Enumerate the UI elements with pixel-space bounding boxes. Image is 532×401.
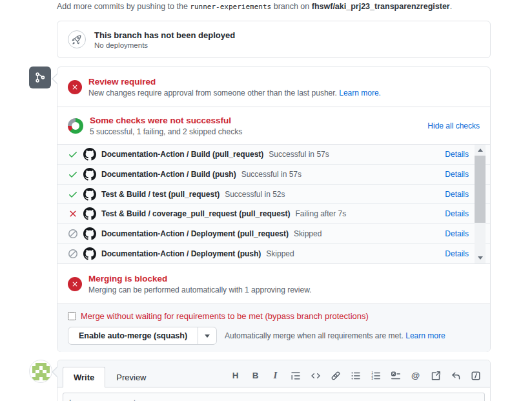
- auto-merge-learn-more-link[interactable]: Learn more: [405, 331, 445, 340]
- heading-icon[interactable]: H: [230, 370, 241, 381]
- deployment-title: This branch has not been deployed: [94, 30, 235, 40]
- check-success-icon: [68, 149, 78, 159]
- review-required-description: New changes require approval from someon…: [88, 88, 339, 98]
- scroll-down-icon[interactable]: [475, 253, 486, 263]
- check-row: Documentation-Action / Deployment (push)…: [57, 243, 490, 263]
- check-row: Documentation-Action / Deployment (pull_…: [57, 223, 490, 243]
- check-result: Skipped: [266, 249, 294, 258]
- check-failure-icon: [68, 209, 78, 219]
- comment-tab-bar: Write Preview H B I 123 @: [57, 360, 490, 387]
- check-skipped-icon: [68, 249, 78, 259]
- deployment-card: This branch has not been deployed No dep…: [57, 21, 491, 58]
- check-row: Documentation-Action / Build (push) Succ…: [57, 164, 490, 184]
- slash-commands-icon[interactable]: [470, 370, 481, 381]
- auto-merge-dropdown-button[interactable]: [198, 327, 216, 344]
- hide-all-checks-link[interactable]: Hide all checks: [427, 121, 480, 130]
- svg-text:3: 3: [371, 376, 373, 380]
- italic-icon[interactable]: I: [270, 370, 281, 381]
- checks-summary-section: Some checks were not successful 5 succes…: [57, 107, 490, 145]
- mention-icon[interactable]: @: [410, 370, 421, 381]
- quote-icon[interactable]: [290, 370, 301, 381]
- push-hint: Add more commits by pushing to the runne…: [57, 2, 452, 11]
- github-actions-avatar: [83, 247, 96, 260]
- check-success-icon: [68, 169, 78, 180]
- link-icon[interactable]: [330, 370, 341, 381]
- merge-status-card: Review required New changes require appr…: [57, 67, 491, 352]
- push-hint-middle: branch on: [271, 2, 312, 11]
- check-name: Test & Build / coverage_pull_request (pu…: [101, 209, 291, 218]
- check-name: Documentation-Action / Build (pull_reque…: [101, 150, 263, 159]
- check-result: Successful in 57s: [269, 150, 329, 159]
- enable-auto-merge-button[interactable]: Enable auto-merge (squash): [68, 327, 217, 345]
- auto-merge-hint: Automatically merge when all requirement…: [225, 331, 405, 340]
- merge-actions-footer: Merge without waiting for requirements t…: [57, 304, 490, 352]
- chevron-down-icon: [205, 334, 210, 338]
- x-circle-icon: [68, 80, 82, 94]
- enable-auto-merge-label[interactable]: Enable auto-merge (squash): [68, 327, 198, 344]
- checks-list: Documentation-Action / Build (pull_reque…: [57, 145, 490, 264]
- rocket-icon: [68, 30, 86, 48]
- review-required-title: Review required: [88, 77, 381, 87]
- github-actions-avatar: [83, 168, 96, 181]
- details-link[interactable]: Details: [445, 229, 469, 238]
- deployment-subtitle: No deployments: [94, 41, 235, 49]
- bypass-protections-row[interactable]: Merge without waiting for requirements t…: [68, 311, 480, 321]
- merging-blocked-description: Merging can be performed automatically w…: [88, 285, 312, 294]
- details-link[interactable]: Details: [445, 170, 469, 179]
- details-link[interactable]: Details: [445, 190, 469, 199]
- push-hint-suffix: .: [450, 2, 452, 11]
- tab-write[interactable]: Write: [63, 367, 105, 387]
- ordered-list-icon[interactable]: 123: [370, 370, 381, 381]
- check-skipped-icon: [68, 229, 78, 239]
- bypass-protections-checkbox[interactable]: [68, 312, 76, 320]
- details-link[interactable]: Details: [445, 249, 469, 258]
- github-actions-avatar: [83, 227, 96, 240]
- git-branch-icon: [29, 67, 51, 88]
- bypass-protections-label: Merge without waiting for requirements t…: [81, 311, 369, 321]
- check-row: Test & Build / test (pull_request) Succe…: [57, 184, 490, 204]
- code-icon[interactable]: [310, 370, 321, 381]
- cross-reference-icon[interactable]: [430, 370, 441, 381]
- check-success-icon: [68, 189, 78, 200]
- scroll-up-icon[interactable]: [475, 145, 486, 155]
- check-result: Failing after 7s: [296, 209, 347, 218]
- github-actions-avatar: [83, 148, 96, 161]
- bold-icon[interactable]: B: [250, 370, 261, 381]
- check-result: Successful in 57s: [241, 170, 302, 179]
- merging-blocked-title: Merging is blocked: [88, 274, 312, 283]
- merging-blocked-section: Merging is blocked Merging can be perfor…: [57, 264, 490, 304]
- user-avatar[interactable]: [29, 360, 52, 383]
- branch-name: runner-experiements: [190, 3, 271, 11]
- check-result: Skipped: [294, 229, 322, 238]
- markdown-toolbar: H B I 123 @: [230, 370, 481, 381]
- github-actions-avatar: [83, 188, 96, 201]
- check-name: Test & Build / test (pull_request): [101, 190, 220, 199]
- checks-summary-donut-icon: [68, 118, 83, 134]
- github-actions-avatar: [83, 207, 96, 220]
- review-required-section: Review required New changes require appr…: [57, 67, 490, 107]
- comment-composer: Write Preview H B I 123 @: [57, 360, 491, 401]
- details-link[interactable]: Details: [445, 209, 469, 218]
- checks-summary-subtitle: 5 successful, 1 failing, and 2 skipped c…: [90, 127, 242, 136]
- unordered-list-icon[interactable]: [350, 370, 361, 381]
- tab-preview[interactable]: Preview: [105, 367, 157, 387]
- checks-summary-title: Some checks were not successful: [90, 116, 242, 125]
- details-link[interactable]: Details: [445, 150, 469, 159]
- repo-name: fhswf/aki_prj23_transparenzregister: [312, 2, 450, 11]
- check-name: Documentation-Action / Build (push): [101, 170, 236, 179]
- check-row: Documentation-Action / Build (pull_reque…: [57, 145, 490, 164]
- x-circle-icon: [68, 277, 82, 291]
- saved-replies-icon[interactable]: [450, 370, 461, 381]
- check-result: Successful in 52s: [225, 190, 285, 199]
- checks-scrollbar[interactable]: [475, 145, 486, 263]
- review-learn-more-link[interactable]: Learn more.: [339, 88, 381, 98]
- push-hint-prefix: Add more commits by pushing to the: [57, 2, 190, 11]
- scrollbar-thumb[interactable]: [475, 156, 486, 223]
- comment-textarea[interactable]: [63, 393, 485, 401]
- check-name: Documentation-Action / Deployment (push): [101, 249, 261, 258]
- task-list-icon[interactable]: [390, 370, 401, 381]
- check-row: Test & Build / coverage_pull_request (pu…: [57, 203, 490, 223]
- check-name: Documentation-Action / Deployment (pull_…: [101, 229, 289, 238]
